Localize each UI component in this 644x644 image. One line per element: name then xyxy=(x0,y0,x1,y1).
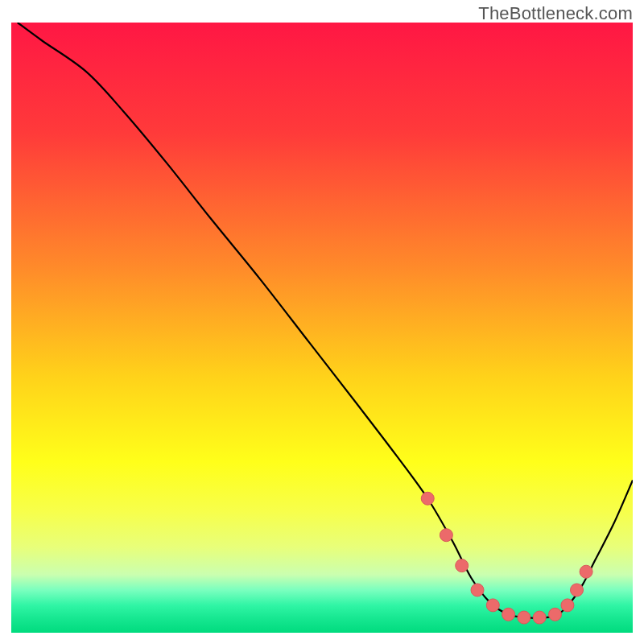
optimal-point-dot xyxy=(533,611,546,624)
optimal-point-dot xyxy=(486,599,499,612)
optimal-point-dot xyxy=(471,584,484,597)
optimal-point-dot xyxy=(571,584,584,597)
optimal-point-dot xyxy=(421,492,434,505)
optimal-point-dot xyxy=(456,559,469,572)
watermark-text: TheBottleneck.com xyxy=(478,3,633,24)
chart-stage: TheBottleneck.com xyxy=(0,0,644,644)
optimal-point-dot xyxy=(561,599,574,612)
chart-svg xyxy=(11,23,633,633)
optimal-point-dot xyxy=(580,565,592,578)
optimal-point-dot xyxy=(518,611,530,624)
optimal-point-dot xyxy=(502,608,515,621)
gradient-background xyxy=(11,23,633,633)
plot-area xyxy=(11,23,633,633)
optimal-point-dot xyxy=(549,608,562,621)
optimal-point-dot xyxy=(440,529,452,542)
